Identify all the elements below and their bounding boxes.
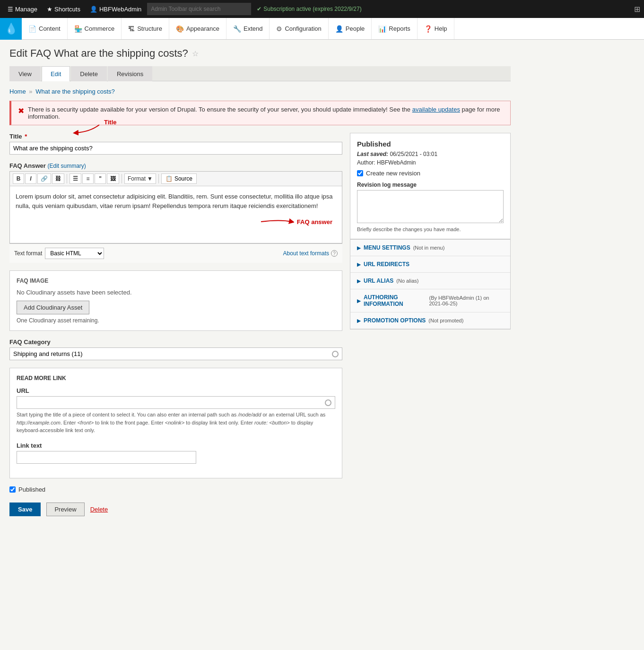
nav-item-structure[interactable]: 🏗 Structure — [122, 18, 169, 39]
editor-image-btn[interactable]: 🖼 — [107, 173, 119, 184]
tab-row: View Edit Delete Revisions — [9, 66, 511, 81]
appearance-icon: 🎨 — [176, 25, 184, 33]
authoring-info-label: AUTHORING INFORMATION — [364, 294, 426, 307]
text-format-row: Text format Basic HTML Full HTML Plain t… — [9, 243, 342, 263]
published-checkbox[interactable] — [9, 486, 16, 493]
configuration-icon: ⚙ — [276, 25, 282, 33]
tab-delete[interactable]: Delete — [71, 66, 107, 81]
editor-ol-btn[interactable]: ☰ — [70, 173, 81, 184]
page-title: Edit FAQ What are the shipping costs? ☆ — [9, 47, 511, 60]
nav-appearance-label: Appearance — [186, 25, 219, 32]
url-alias-triangle-icon: ▶ — [357, 278, 361, 284]
published-checkbox-wrap: Published — [9, 486, 342, 493]
user-menu[interactable]: 👤 HBFWebAdmin — [86, 4, 145, 15]
alert-icon: ✖ — [18, 106, 24, 115]
accordion-header-url-redirects[interactable]: ▶ URL REDIRECTS — [350, 256, 510, 272]
accordion-header-url-alias[interactable]: ▶ URL ALIAS (No alias) — [350, 273, 510, 289]
nav-item-appearance[interactable]: 🎨 Appearance — [169, 18, 226, 39]
editor-format-dropdown[interactable]: Format ▼ — [124, 173, 156, 184]
people-icon: 👤 — [335, 25, 343, 33]
user-label: HBFWebAdmin — [99, 6, 141, 13]
title-section: Title Title * — [9, 133, 342, 155]
editor-toolbar: B I 🔗 ⛓ ☰ ≡ " 🖼 Format ▼ — [10, 172, 342, 186]
nav-people-label: People — [346, 25, 365, 32]
nav-item-help[interactable]: ❓ Help — [418, 18, 454, 39]
link-text-group: Link text — [17, 442, 335, 464]
category-autocomplete-indicator — [332, 351, 339, 357]
bottom-actions: Save Preview Delete — [9, 503, 342, 516]
manage-menu[interactable]: ☰ Manage — [4, 4, 41, 15]
subscription-status: ✔ Subscription active (expires 2022/9/27… — [257, 6, 361, 12]
title-required: * — [25, 133, 27, 140]
content-icon: 📄 — [28, 25, 36, 33]
create-revision-checkbox[interactable] — [357, 170, 363, 176]
read-more-title: READ MORE LINK — [17, 375, 335, 381]
editor-unlink-btn[interactable]: ⛓ — [52, 173, 64, 184]
save-button[interactable]: Save — [9, 503, 41, 516]
available-updates-link[interactable]: available updates — [412, 106, 460, 113]
admin-search-input[interactable] — [147, 3, 251, 15]
favorite-star-icon[interactable]: ☆ — [192, 49, 199, 58]
accordion-item-authoring: ▶ AUTHORING INFORMATION (By HBFWebAdmin … — [350, 289, 510, 312]
editor-sep-1 — [67, 174, 67, 183]
format-label: Format — [128, 175, 146, 182]
author-value: HBFWebAdmin — [377, 159, 416, 166]
nav-item-content[interactable]: 📄 Content — [22, 18, 68, 39]
edit-summary-link[interactable]: (Edit summary) — [47, 163, 86, 169]
structure-icon: 🏗 — [128, 25, 135, 33]
promotion-triangle-icon: ▶ — [357, 318, 361, 323]
revision-log-textarea[interactable] — [357, 190, 504, 223]
published-status-title: Published — [357, 140, 504, 148]
title-label-text: Title — [9, 133, 22, 140]
nav-bar: 💧 📄 Content 🏪 Commerce 🏗 Structure 🎨 App… — [0, 18, 644, 40]
accordion-header-authoring[interactable]: ▶ AUTHORING INFORMATION (By HBFWebAdmin … — [350, 289, 510, 312]
tab-revisions[interactable]: Revisions — [108, 66, 152, 81]
editor-area: B I 🔗 ⛓ ☰ ≡ " 🖼 Format ▼ — [9, 171, 342, 243]
alert-text-before: There is a security update available for… — [28, 106, 412, 113]
delete-button[interactable]: Delete — [90, 506, 108, 513]
editor-ul-btn[interactable]: ≡ — [82, 173, 94, 184]
link-text-input[interactable] — [17, 451, 196, 464]
breadcrumb-home[interactable]: Home — [9, 88, 26, 95]
editor-italic-btn[interactable]: I — [25, 173, 36, 184]
editor-blockquote-btn[interactable]: " — [95, 173, 106, 184]
faq-category-select[interactable]: Shipping and returns (11) — [9, 347, 342, 360]
preview-button[interactable]: Preview — [46, 503, 84, 516]
link-text-label: Link text — [17, 442, 335, 449]
nav-item-reports[interactable]: 📊 Reports — [372, 18, 418, 39]
text-format-left: Text format Basic HTML Full HTML Plain t… — [14, 248, 104, 259]
editor-sep-2 — [122, 174, 122, 183]
shortcuts-menu[interactable]: ★ Shortcuts — [43, 4, 84, 15]
title-input[interactable] — [9, 142, 342, 155]
accordion-header-menu[interactable]: ▶ MENU SETTINGS (Not in menu) — [350, 240, 510, 256]
nav-item-configuration[interactable]: ⚙ Configuration — [270, 18, 328, 39]
about-text-formats-link[interactable]: About text formats — [283, 250, 329, 257]
nav-item-extend[interactable]: 🔧 Extend — [226, 18, 270, 39]
source-page-icon: 📋 — [165, 175, 173, 182]
help-circle-icon: ? — [331, 250, 338, 257]
nav-item-people[interactable]: 👤 People — [329, 18, 372, 39]
sidebar-box: Published Last saved: 06/25/2021 - 03:01… — [350, 133, 511, 329]
expand-icon[interactable]: ⊞ — [634, 5, 640, 14]
menu-settings-label: MENU SETTINGS — [364, 244, 410, 251]
tab-view[interactable]: View — [9, 66, 41, 81]
faq-answer-annotation-label: FAQ answer — [297, 218, 332, 225]
tab-edit[interactable]: Edit — [42, 66, 70, 81]
accordion-item-url-redirects: ▶ URL REDIRECTS — [350, 256, 510, 273]
editor-source-btn[interactable]: 📋 Source — [161, 173, 197, 184]
add-cloudinary-btn[interactable]: Add Cloudinary Asset — [17, 301, 89, 314]
editor-link-btn[interactable]: 🔗 — [37, 173, 51, 184]
faq-answer-arrow — [256, 215, 294, 229]
accordion-header-promotion[interactable]: ▶ PROMOTION OPTIONS (Not promoted) — [350, 312, 510, 329]
source-label: Source — [174, 175, 192, 182]
admin-toolbar: ☰ Manage ★ Shortcuts 👤 HBFWebAdmin ✔ Sub… — [0, 0, 644, 18]
text-format-select[interactable]: Basic HTML Full HTML Plain text Restrict… — [45, 248, 104, 259]
editor-bold-btn[interactable]: B — [13, 173, 24, 184]
url-input[interactable] — [17, 396, 335, 409]
drupal-logo[interactable]: 💧 — [0, 18, 22, 40]
url-autocomplete-indicator — [325, 399, 331, 406]
breadcrumb-page[interactable]: What are the shipping costs? — [35, 88, 115, 95]
read-more-section: READ MORE LINK URL Start typing the titl… — [9, 368, 342, 478]
accordion-item-menu: ▶ MENU SETTINGS (Not in menu) — [350, 240, 510, 256]
nav-item-commerce[interactable]: 🏪 Commerce — [68, 18, 122, 39]
